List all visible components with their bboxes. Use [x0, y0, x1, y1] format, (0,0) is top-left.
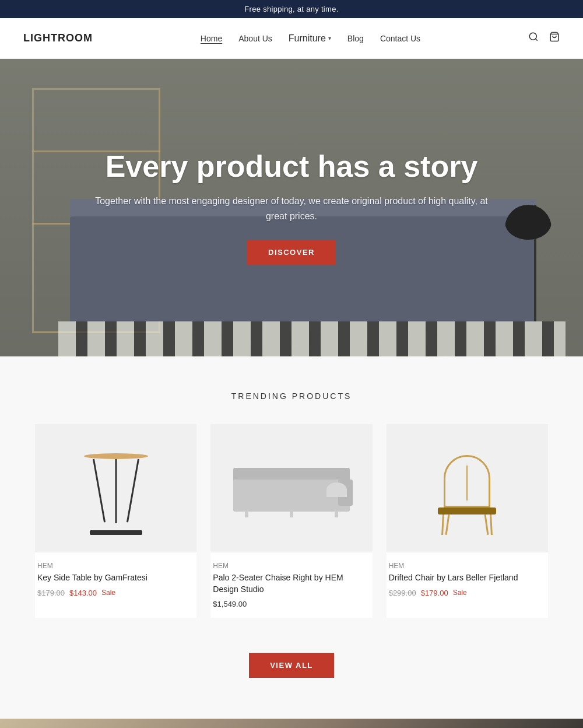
main-nav: Home About Us Furniture ▾ Blog Contact U… — [201, 33, 420, 44]
view-all-button[interactable]: VIEW ALL — [249, 653, 334, 678]
svg-line-1 — [535, 38, 537, 40]
product-image-2 — [210, 424, 372, 552]
table-leg-left — [93, 459, 106, 523]
sofa-leg-2 — [290, 510, 293, 517]
trending-section: TRENDING PRODUCTS HEM Key Side Table by … — [0, 356, 583, 719]
chair-seat — [438, 508, 496, 514]
header: LIGHTROOM Home About Us Furniture ▾ Blog… — [0, 18, 583, 59]
hero-subtitle: Together with the most engaging designer… — [87, 194, 496, 224]
trending-title: TRENDING PRODUCTS — [35, 391, 548, 401]
product-brand-1: HEM — [35, 562, 196, 570]
product-original-price-1: $179.00 — [37, 589, 65, 597]
svg-point-0 — [529, 33, 536, 40]
cart-icon[interactable] — [549, 32, 560, 45]
sofa-leg-3 — [335, 510, 338, 517]
nav-about[interactable]: About Us — [238, 34, 272, 43]
hero-title: Every product has a story — [87, 150, 496, 183]
chevron-down-icon: ▾ — [328, 35, 331, 41]
products-grid: HEM Key Side Table by GamFratesi $179.00… — [35, 424, 548, 618]
table-base — [90, 530, 142, 535]
header-icons — [528, 32, 560, 45]
sofa-cushion — [326, 482, 347, 497]
product-name-2: Palo 2-Seater Chaise Right by HEM Design… — [210, 572, 372, 595]
logo[interactable]: LIGHTROOM — [23, 32, 93, 44]
bottom-teaser — [0, 719, 583, 728]
product-image-3 — [387, 424, 548, 552]
chair-back — [444, 455, 490, 508]
product-sale-badge-3: Sale — [453, 589, 467, 597]
product-brand-3: HEM — [387, 562, 548, 570]
nav-blog[interactable]: Blog — [347, 34, 364, 43]
product-card-2[interactable]: HEM Palo 2-Seater Chaise Right by HEM De… — [210, 424, 372, 618]
sofa-legs — [245, 510, 338, 517]
product-card-3[interactable]: HEM Drifted Chair by Lars Beller Fjetlan… — [387, 424, 548, 618]
sofa-leg-1 — [245, 510, 248, 517]
product-pricing-3: $299.00 $179.00 Sale — [387, 589, 548, 607]
chair-leg-bl — [445, 514, 450, 535]
product-pricing-2: $1,549.00 — [210, 600, 372, 618]
hero-section: Every product has a story Together with … — [0, 59, 583, 356]
search-icon[interactable] — [528, 32, 539, 45]
chair-illustration — [429, 442, 505, 535]
table-leg-right — [127, 459, 139, 523]
table-top — [84, 453, 148, 459]
chair-leg-fl — [441, 514, 444, 535]
sofa-illustration — [233, 459, 350, 517]
table-illustration — [75, 442, 157, 535]
table-leg-center — [115, 459, 117, 523]
chair-leg-fr — [490, 514, 493, 535]
announcement-text: Free shipping, at any time. — [244, 5, 338, 13]
discover-button[interactable]: DISCOVER — [247, 240, 336, 265]
nav-contact[interactable]: Contact Us — [380, 34, 420, 43]
product-name-1: Key Side Table by GamFratesi — [35, 572, 196, 584]
hero-content: Every product has a story Together with … — [87, 150, 496, 265]
nav-home[interactable]: Home — [201, 34, 222, 43]
view-all-container: VIEW ALL — [35, 647, 548, 690]
product-brand-2: HEM — [210, 562, 372, 570]
nav-furniture[interactable]: Furniture ▾ — [289, 33, 331, 44]
hero-rug-decoration — [58, 321, 566, 356]
product-original-price-3: $299.00 — [389, 589, 416, 597]
product-name-3: Drifted Chair by Lars Beller Fjetland — [387, 572, 548, 584]
product-card-1[interactable]: HEM Key Side Table by GamFratesi $179.00… — [35, 424, 196, 618]
product-pricing-1: $179.00 $143.00 Sale — [35, 589, 196, 607]
product-image-1 — [35, 424, 196, 552]
hero-lamp-decoration — [534, 205, 536, 321]
product-sale-price-1: $143.00 — [69, 589, 97, 597]
chair-leg-br — [484, 514, 489, 535]
nav-furniture-label: Furniture — [289, 33, 326, 44]
announcement-bar: Free shipping, at any time. — [0, 0, 583, 18]
product-sale-badge-1: Sale — [101, 589, 115, 597]
product-regular-price-2: $1,549.00 — [213, 600, 247, 608]
product-sale-price-3: $179.00 — [421, 589, 448, 597]
